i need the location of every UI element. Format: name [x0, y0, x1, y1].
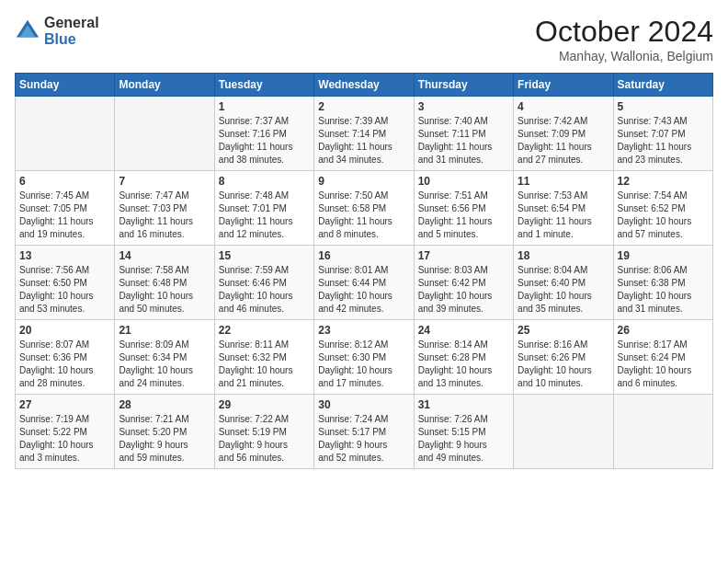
calendar-cell: 26Sunrise: 8:17 AM Sunset: 6:24 PM Dayli…	[613, 320, 712, 395]
day-number: 8	[219, 175, 310, 188]
day-info: Sunrise: 8:01 AM Sunset: 6:44 PM Dayligh…	[318, 264, 409, 316]
day-info: Sunrise: 7:40 AM Sunset: 7:11 PM Dayligh…	[418, 115, 509, 167]
day-info: Sunrise: 8:04 AM Sunset: 6:40 PM Dayligh…	[518, 264, 609, 316]
day-number: 15	[219, 249, 310, 262]
day-number: 29	[219, 398, 310, 411]
title-block: October 2024 Manhay, Wallonia, Belgium	[535, 15, 713, 63]
calendar-cell: 3Sunrise: 7:40 AM Sunset: 7:11 PM Daylig…	[414, 97, 513, 171]
day-info: Sunrise: 8:14 AM Sunset: 6:28 PM Dayligh…	[418, 339, 509, 390]
day-info: Sunrise: 7:51 AM Sunset: 6:56 PM Dayligh…	[418, 190, 509, 241]
day-number: 25	[518, 324, 609, 337]
calendar-cell: 11Sunrise: 7:53 AM Sunset: 6:54 PM Dayli…	[514, 171, 613, 246]
calendar-cell: 14Sunrise: 7:58 AM Sunset: 6:48 PM Dayli…	[115, 246, 214, 320]
day-number: 2	[318, 100, 409, 113]
day-number: 10	[418, 175, 509, 188]
day-number: 18	[518, 249, 609, 262]
day-number: 4	[518, 100, 609, 113]
day-number: 20	[19, 324, 110, 337]
calendar-cell: 4Sunrise: 7:42 AM Sunset: 7:09 PM Daylig…	[514, 97, 613, 171]
day-header-saturday: Saturday	[613, 74, 712, 97]
day-number: 13	[19, 249, 110, 262]
day-info: Sunrise: 8:09 AM Sunset: 6:34 PM Dayligh…	[119, 339, 210, 390]
day-number: 28	[119, 398, 210, 411]
day-info: Sunrise: 7:47 AM Sunset: 7:03 PM Dayligh…	[119, 190, 210, 241]
day-number: 14	[119, 249, 210, 262]
logo-icon	[15, 18, 40, 44]
calendar-cell: 13Sunrise: 7:56 AM Sunset: 6:50 PM Dayli…	[16, 246, 115, 320]
day-number: 9	[318, 175, 409, 188]
day-info: Sunrise: 7:54 AM Sunset: 6:52 PM Dayligh…	[618, 190, 709, 241]
calendar-cell: 23Sunrise: 8:12 AM Sunset: 6:30 PM Dayli…	[314, 320, 414, 395]
day-header-tuesday: Tuesday	[214, 74, 313, 97]
day-info: Sunrise: 8:12 AM Sunset: 6:30 PM Dayligh…	[318, 339, 409, 390]
day-info: Sunrise: 7:43 AM Sunset: 7:07 PM Dayligh…	[618, 115, 709, 167]
day-info: Sunrise: 7:39 AM Sunset: 7:14 PM Dayligh…	[318, 115, 409, 167]
calendar-cell: 6Sunrise: 7:45 AM Sunset: 7:05 PM Daylig…	[16, 171, 115, 246]
day-number: 3	[418, 100, 509, 113]
day-number: 30	[318, 398, 409, 411]
calendar-cell: 24Sunrise: 8:14 AM Sunset: 6:28 PM Dayli…	[414, 320, 513, 395]
day-number: 26	[618, 324, 709, 337]
day-header-sunday: Sunday	[16, 74, 115, 97]
calendar-cell: 21Sunrise: 8:09 AM Sunset: 6:34 PM Dayli…	[115, 320, 214, 395]
day-number: 16	[318, 249, 409, 262]
day-number: 11	[518, 175, 609, 188]
day-header-monday: Monday	[115, 74, 214, 97]
calendar-cell	[16, 97, 115, 171]
day-info: Sunrise: 7:45 AM Sunset: 7:05 PM Dayligh…	[19, 190, 110, 241]
calendar-cell: 20Sunrise: 8:07 AM Sunset: 6:36 PM Dayli…	[16, 320, 115, 395]
logo-text: General Blue	[44, 15, 99, 47]
calendar-cell: 8Sunrise: 7:48 AM Sunset: 7:01 PM Daylig…	[214, 171, 313, 246]
day-number: 12	[618, 175, 709, 188]
week-row-4: 20Sunrise: 8:07 AM Sunset: 6:36 PM Dayli…	[16, 320, 713, 395]
calendar-cell: 7Sunrise: 7:47 AM Sunset: 7:03 PM Daylig…	[115, 171, 214, 246]
calendar-cell: 15Sunrise: 7:59 AM Sunset: 6:46 PM Dayli…	[214, 246, 313, 320]
month-title: October 2024	[535, 15, 713, 49]
day-info: Sunrise: 7:22 AM Sunset: 5:19 PM Dayligh…	[219, 413, 310, 465]
day-number: 23	[318, 324, 409, 337]
week-row-2: 6Sunrise: 7:45 AM Sunset: 7:05 PM Daylig…	[16, 171, 713, 246]
day-number: 17	[418, 249, 509, 262]
week-row-1: 1Sunrise: 7:37 AM Sunset: 7:16 PM Daylig…	[16, 97, 713, 171]
calendar-cell: 17Sunrise: 8:03 AM Sunset: 6:42 PM Dayli…	[414, 246, 513, 320]
day-info: Sunrise: 7:48 AM Sunset: 7:01 PM Dayligh…	[219, 190, 310, 241]
day-number: 24	[418, 324, 509, 337]
week-row-3: 13Sunrise: 7:56 AM Sunset: 6:50 PM Dayli…	[16, 246, 713, 320]
calendar-cell: 19Sunrise: 8:06 AM Sunset: 6:38 PM Dayli…	[613, 246, 712, 320]
day-info: Sunrise: 7:58 AM Sunset: 6:48 PM Dayligh…	[119, 264, 210, 316]
day-info: Sunrise: 8:07 AM Sunset: 6:36 PM Dayligh…	[19, 339, 110, 390]
day-number: 7	[119, 175, 210, 188]
calendar-cell	[514, 395, 613, 469]
day-info: Sunrise: 7:42 AM Sunset: 7:09 PM Dayligh…	[518, 115, 609, 167]
day-number: 22	[219, 324, 310, 337]
calendar-cell: 31Sunrise: 7:26 AM Sunset: 5:15 PM Dayli…	[414, 395, 513, 469]
day-header-friday: Friday	[514, 74, 613, 97]
day-info: Sunrise: 8:17 AM Sunset: 6:24 PM Dayligh…	[618, 339, 709, 390]
calendar-cell: 22Sunrise: 8:11 AM Sunset: 6:32 PM Dayli…	[214, 320, 313, 395]
logo: General Blue	[15, 15, 99, 47]
day-info: Sunrise: 7:19 AM Sunset: 5:22 PM Dayligh…	[19, 413, 110, 465]
day-info: Sunrise: 7:59 AM Sunset: 6:46 PM Dayligh…	[219, 264, 310, 316]
day-number: 21	[119, 324, 210, 337]
day-info: Sunrise: 7:50 AM Sunset: 6:58 PM Dayligh…	[318, 190, 409, 241]
day-info: Sunrise: 7:53 AM Sunset: 6:54 PM Dayligh…	[518, 190, 609, 241]
calendar-cell: 29Sunrise: 7:22 AM Sunset: 5:19 PM Dayli…	[214, 395, 313, 469]
calendar-cell: 2Sunrise: 7:39 AM Sunset: 7:14 PM Daylig…	[314, 97, 414, 171]
day-number: 19	[618, 249, 709, 262]
calendar-cell: 12Sunrise: 7:54 AM Sunset: 6:52 PM Dayli…	[613, 171, 712, 246]
day-info: Sunrise: 8:06 AM Sunset: 6:38 PM Dayligh…	[618, 264, 709, 316]
week-row-5: 27Sunrise: 7:19 AM Sunset: 5:22 PM Dayli…	[16, 395, 713, 469]
page-header: General Blue October 2024 Manhay, Wallon…	[15, 15, 713, 63]
logo-blue-text: Blue	[44, 31, 99, 48]
calendar-cell: 1Sunrise: 7:37 AM Sunset: 7:16 PM Daylig…	[214, 97, 313, 171]
day-number: 6	[19, 175, 110, 188]
day-info: Sunrise: 8:03 AM Sunset: 6:42 PM Dayligh…	[418, 264, 509, 316]
day-number: 1	[219, 100, 310, 113]
calendar-cell: 25Sunrise: 8:16 AM Sunset: 6:26 PM Dayli…	[514, 320, 613, 395]
day-info: Sunrise: 8:16 AM Sunset: 6:26 PM Dayligh…	[518, 339, 609, 390]
day-info: Sunrise: 8:11 AM Sunset: 6:32 PM Dayligh…	[219, 339, 310, 390]
day-info: Sunrise: 7:56 AM Sunset: 6:50 PM Dayligh…	[19, 264, 110, 316]
day-info: Sunrise: 7:21 AM Sunset: 5:20 PM Dayligh…	[119, 413, 210, 465]
day-number: 5	[618, 100, 709, 113]
logo-general-text: General	[44, 15, 99, 31]
